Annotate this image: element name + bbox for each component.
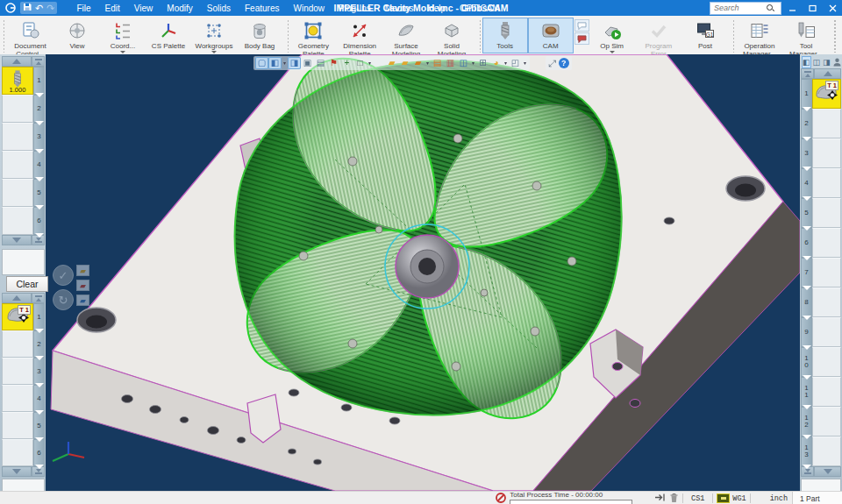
units-indicator[interactable]: inch — [766, 494, 792, 503]
workgroup-caret[interactable]: ▾ — [425, 57, 431, 69]
select-mode-icon[interactable]: ▢ — [255, 57, 268, 69]
tool-slot-3[interactable] — [2, 123, 33, 151]
left-op-slot-6[interactable] — [2, 439, 33, 466]
cs-indicator[interactable]: CS1 — [687, 494, 709, 503]
ribbon-button-cam[interactable]: CAM — [528, 18, 574, 53]
tool-slot-4[interactable] — [2, 151, 33, 179]
ribbon-button-coord[interactable]: Coord... — [100, 18, 146, 53]
right-op-slot-1[interactable]: T 1 — [812, 79, 841, 109]
print-view-icon[interactable]: ▤ — [314, 57, 327, 69]
workgroup-folder3-icon[interactable]: ▰ — [411, 57, 425, 69]
left-op-slot-2[interactable] — [2, 330, 33, 358]
ribbon-button-cs-palette[interactable]: CS Palette — [146, 18, 191, 53]
right-op-slot-11[interactable] — [812, 377, 841, 407]
right-op-slot-9[interactable] — [812, 317, 841, 347]
close-button[interactable] — [824, 1, 842, 15]
sheet-icon[interactable]: ▥ — [444, 57, 457, 69]
menu-window[interactable]: Window — [286, 2, 332, 15]
ribbon-button-tool-manager[interactable]: Tool Manager... — [783, 18, 829, 53]
right-op-slot-5[interactable] — [812, 198, 841, 228]
ribbon-button-post[interactable]: G1Post — [682, 18, 728, 53]
ribbon-button-solid-modeling[interactable]: Solid Modeling — [429, 18, 475, 53]
left-op-slot-4[interactable] — [2, 385, 33, 412]
menu-solids[interactable]: Solids — [200, 2, 238, 15]
undo-icon[interactable]: ↶ — [35, 3, 43, 13]
scroll-up-button[interactable] — [2, 293, 32, 303]
scroll-down-button[interactable] — [2, 235, 32, 245]
redo-icon[interactable]: ↷ — [46, 3, 54, 13]
ribbon-button-view[interactable]: View — [54, 18, 100, 53]
dock-right-icon[interactable]: ◨ — [822, 56, 831, 68]
ribbon-button-document-control[interactable]: Document Control... — [6, 18, 54, 53]
ribbon-button-surface-modeling[interactable]: Surface Modeling — [383, 18, 429, 53]
left-op-slot-1[interactable]: T 1 — [2, 303, 33, 330]
scroll-up-button[interactable] — [814, 68, 841, 79]
minimize-button[interactable] — [783, 1, 802, 15]
scroll-down-button[interactable] — [2, 466, 32, 477]
workgroup-folder2-icon[interactable]: ▰ — [398, 57, 411, 69]
dock-left-icon[interactable]: ◧ — [802, 56, 811, 68]
right-op-slot-7[interactable] — [812, 258, 841, 287]
search-icon[interactable] — [767, 4, 774, 12]
dock-statusbar-icon[interactable] — [654, 493, 666, 504]
scroll-up-button[interactable] — [2, 56, 32, 67]
ribbon-button-operation-manager[interactable]: Operation Manager... — [736, 18, 783, 53]
cs-axes-icon[interactable]: + — [340, 57, 353, 69]
tool-slot-2[interactable] — [2, 95, 33, 123]
confirm-button[interactable]: ✓ — [53, 265, 74, 286]
menu-file[interactable]: File — [69, 2, 97, 15]
save-icon[interactable] — [23, 3, 32, 13]
scroll-to-top-button[interactable] — [32, 56, 45, 67]
ribbon-button-workgroups[interactable]: Workgroups — [191, 18, 237, 53]
left-op-slot-3[interactable] — [2, 358, 33, 385]
menu-features[interactable]: Features — [238, 2, 286, 15]
scroll-to-top-button[interactable] — [801, 68, 814, 79]
tool-slot-1[interactable]: 1.000 — [2, 67, 33, 95]
viewport-3d[interactable]: ▢◧▾◨▣▤⚑+□▾▰▰▰▾▤▥◫▾⊞◕▾◰▾ ⤢ ? ✓↻▰▰▰ — [46, 54, 800, 491]
layout-icon[interactable]: ◰ — [509, 57, 522, 69]
model-impeller-cavity-mold[interactable] — [46, 54, 800, 491]
workgroup-folder-icon[interactable]: ▰ — [385, 57, 398, 69]
right-op-slot-4[interactable] — [812, 168, 841, 198]
tool-slot-5[interactable] — [2, 179, 33, 207]
expand-view-icon[interactable]: ⤢ — [548, 58, 556, 69]
search-box[interactable] — [710, 2, 781, 15]
right-op-slot-2[interactable] — [812, 109, 841, 138]
right-op-slot-10[interactable] — [812, 347, 841, 377]
scroll-down-button[interactable] — [814, 466, 841, 477]
menu-edit[interactable]: Edit — [98, 2, 127, 15]
scroll-to-top-button[interactable] — [32, 293, 45, 303]
ribbon-button-geometry-palette[interactable]: Geometry Palette — [290, 18, 336, 53]
maximize-button[interactable] — [803, 1, 822, 15]
view-orientation-icon[interactable]: ◧ — [268, 57, 282, 69]
right-op-slot-6[interactable] — [812, 228, 841, 258]
wg-red-icon[interactable]: ▰ — [76, 280, 89, 291]
flag-icon[interactable]: ⚑ — [327, 57, 340, 69]
trash-icon[interactable] — [669, 493, 679, 504]
pie-caret[interactable]: ▾ — [503, 57, 509, 69]
menu-opticam[interactable]: OPTICAM — [453, 2, 507, 15]
clear-button[interactable]: Clear — [6, 276, 48, 292]
ribbon-button-tools[interactable]: Tools — [482, 18, 528, 53]
window-grid-icon[interactable]: ⊞ — [476, 57, 489, 69]
tool-slot-6[interactable] — [2, 207, 33, 235]
right-op-slot-13[interactable] — [812, 437, 841, 466]
right-op-slot-12[interactable] — [812, 407, 841, 437]
ribbon-button-dimension-palette[interactable]: Dimension Palette — [336, 18, 383, 53]
help-icon[interactable]: ? — [559, 58, 569, 68]
right-op-slot-3[interactable] — [812, 138, 841, 168]
menu-view[interactable]: View — [127, 2, 161, 15]
shaded-view-icon[interactable]: ◨ — [288, 57, 301, 69]
ribbon-button-sync-control[interactable]: Sync Control — [838, 18, 842, 53]
split-caret[interactable]: ▾ — [470, 57, 476, 69]
render-stack-icon[interactable]: ▣ — [301, 57, 314, 69]
menu-plugins[interactable]: Plug-Ins — [332, 2, 378, 15]
zoom-window-icon[interactable]: □ — [353, 57, 367, 69]
part-station-user-icon[interactable] — [832, 56, 842, 68]
ribbon-button-op-sim[interactable]: Op Sim — [589, 18, 635, 53]
zoom-caret[interactable]: ▾ — [367, 57, 373, 69]
stats-pie-icon[interactable]: ◕ — [489, 57, 503, 69]
ribbon-button-program-error-checker[interactable]: Program Error Checker — [635, 18, 682, 53]
redo-button[interactable]: ↻ — [53, 289, 74, 310]
wg-blue-icon[interactable]: ▰ — [76, 295, 89, 306]
